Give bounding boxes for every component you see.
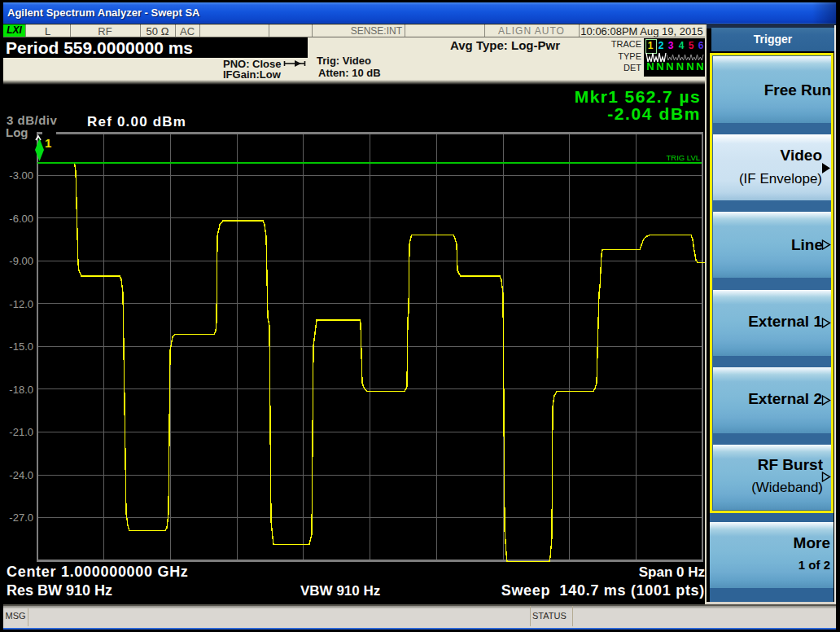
svg-text:Log: Log [6, 125, 28, 139]
svg-text:-2.04 dBm: -2.04 dBm [607, 104, 701, 123]
svg-text:-27.0: -27.0 [9, 511, 33, 524]
svg-text:Span 0 Hz: Span 0 Hz [639, 564, 705, 580]
svg-text:-6.00: -6.00 [9, 213, 33, 225]
svg-text:-3.00: -3.00 [9, 169, 33, 182]
svg-text:-24.0: -24.0 [9, 469, 33, 481]
svg-text:Ref 0.00 dBm: Ref 0.00 dBm [87, 114, 186, 129]
svg-text:-18.0: -18.0 [9, 384, 33, 396]
svg-text:-12.0: -12.0 [9, 298, 33, 310]
svg-text:1: 1 [45, 136, 51, 150]
svg-text:-9.00: -9.00 [9, 255, 33, 267]
svg-text:-21.0: -21.0 [9, 426, 33, 438]
svg-text:Res BW 910 Hz: Res BW 910 Hz [7, 582, 112, 599]
svg-text:Mkr1 562.7 µs: Mkr1 562.7 µs [575, 87, 701, 106]
svg-text:-15.0: -15.0 [9, 340, 33, 353]
svg-text:TRIG LVL: TRIG LVL [666, 153, 700, 162]
svg-text:VBW 910 Hz: VBW 910 Hz [300, 583, 380, 599]
svg-text:Sweep 140.7 ms (1001 pts): Sweep 140.7 ms (1001 pts) [501, 582, 705, 599]
svg-text:Center 1.000000000 GHz: Center 1.000000000 GHz [7, 564, 189, 580]
